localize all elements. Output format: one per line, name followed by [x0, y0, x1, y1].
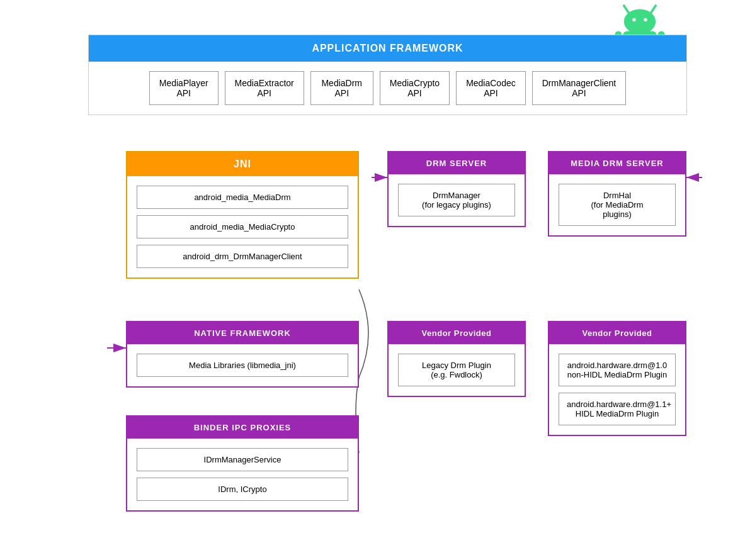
drm-server-section: DRM SERVER DrmManager(for legacy plugins…	[387, 151, 526, 227]
svg-point-9	[644, 18, 647, 21]
vendor-provided-left-section: Vendor Provided Legacy Drm Plugin(e.g. F…	[387, 321, 526, 397]
hidl-11-box: android.hardware.drm@1.1+HIDL MediaDrm P…	[559, 393, 676, 425]
drm-manager-box: DrmManager(for legacy plugins)	[398, 184, 515, 216]
drm-server-header: DRM SERVER	[389, 152, 525, 174]
vendor-left-header: Vendor Provided	[389, 322, 525, 344]
app-framework-header: APPLICATION FRAMEWORK	[89, 35, 686, 62]
binder-header: BINDER IPC PROXIES	[127, 417, 358, 439]
app-framework-section: APPLICATION FRAMEWORK MediaPlayerAPI Med…	[88, 35, 687, 115]
jni-body: android_media_MediaDrm android_media_Med…	[127, 176, 358, 277]
jni-item-mediacrypto: android_media_MediaCrypto	[137, 215, 348, 238]
drm-server-body: DrmManager(for legacy plugins)	[389, 174, 525, 226]
diagram-container: APPLICATION FRAMEWORK MediaPlayerAPI Med…	[0, 0, 750, 560]
api-box-mediadrm: MediaDrmAPI	[310, 71, 373, 105]
media-libraries-box: Media Libraries (libmedia_jni)	[137, 354, 348, 377]
media-drm-server-section: MEDIA DRM SERVER DrmHal(for MediaDrmplug…	[548, 151, 686, 237]
api-box-mediacodec: MediaCodecAPI	[456, 71, 526, 105]
native-framework-body: Media Libraries (libmedia_jni)	[127, 344, 358, 386]
hidl-10-box: android.hardware.drm@1.0non-HIDL MediaDr…	[559, 354, 676, 386]
media-drm-server-body: DrmHal(for MediaDrmplugins)	[549, 174, 685, 235]
native-framework-header: NATIVE FRAMEWORK	[127, 322, 358, 344]
jni-item-drmmanagerclient: android_drm_DrmManagerClient	[137, 245, 348, 268]
vendor-left-body: Legacy Drm Plugin(e.g. Fwdlock)	[389, 344, 525, 396]
idrm-icrypto-box: IDrm, ICrypto	[137, 478, 348, 501]
jni-section: JNI android_media_MediaDrm android_media…	[126, 151, 359, 279]
app-framework-body: MediaPlayerAPI MediaExtractorAPI MediaDr…	[89, 62, 686, 115]
api-box-mediacrypto: MediaCryptoAPI	[380, 71, 450, 105]
api-box-mediaplayer: MediaPlayerAPI	[149, 71, 219, 105]
binder-body: IDrmManagerService IDrm, ICrypto	[127, 439, 358, 510]
drmhal-box: DrmHal(for MediaDrmplugins)	[559, 184, 676, 226]
svg-point-8	[632, 18, 635, 21]
binder-section: BINDER IPC PROXIES IDrmManagerService ID…	[126, 415, 359, 512]
media-drm-server-header: MEDIA DRM SERVER	[549, 152, 685, 174]
native-framework-section: NATIVE FRAMEWORK Media Libraries (libmed…	[126, 321, 359, 388]
api-box-drmmanagerclient: DrmManagerClientAPI	[532, 71, 626, 105]
idrm-manager-service-box: IDrmManagerService	[137, 448, 348, 471]
vendor-right-header: Vendor Provided	[549, 322, 685, 344]
jni-item-mediadrm: android_media_MediaDrm	[137, 186, 348, 209]
vendor-provided-right-section: Vendor Provided android.hardware.drm@1.0…	[548, 321, 686, 436]
vendor-right-body: android.hardware.drm@1.0non-HIDL MediaDr…	[549, 344, 685, 435]
legacy-drm-plugin-box: Legacy Drm Plugin(e.g. Fwdlock)	[398, 354, 515, 386]
api-box-mediaextractor: MediaExtractorAPI	[225, 71, 304, 105]
jni-header: JNI	[127, 152, 358, 176]
svg-point-7	[624, 9, 656, 34]
